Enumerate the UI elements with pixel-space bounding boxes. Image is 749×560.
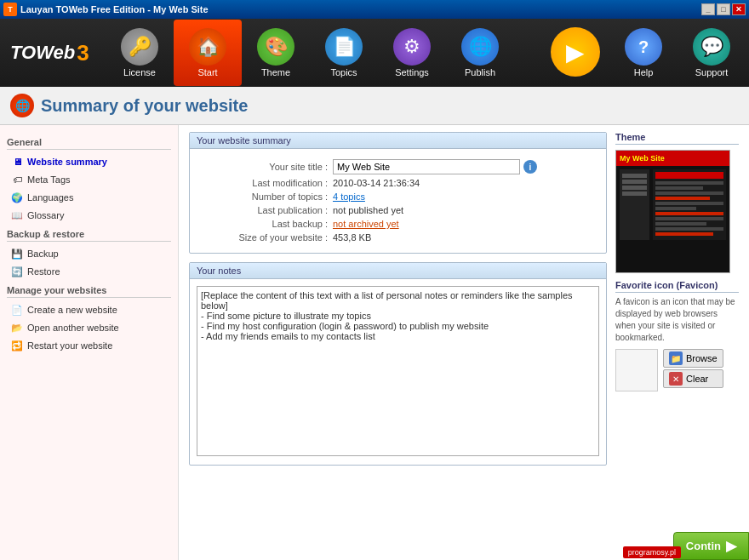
toolbar-help[interactable]: ? Help [609,20,678,86]
window-title: Lauyan TOWeb Free Edition - My Web Site [20,4,701,14]
theme-thumb-title: My Web Site [620,154,665,163]
app-icon: T [3,3,17,16]
main-column: Your website summary Your site title : i… [189,132,607,474]
toolbar-right-items: ▶ ? Help 💬 Support [541,20,746,86]
toolbar-start-label: Start [197,67,217,77]
sidebar-label-glossary: Glossary [27,210,64,220]
theme-thumb-header: My Web Site [616,151,729,166]
summary-row-size: Size of your website : 453,8 KB [197,232,599,243]
toolbar-left-items: 🔑 License 🏠 Start 🎨 Theme 📄 Topics ⚙ Set… [106,20,514,86]
summary-row-title: Your site title : i [197,159,599,174]
toolbar-topics[interactable]: 📄 Topics [310,20,378,86]
favicon-description: A favicon is an icon that may be display… [615,296,739,344]
close-button[interactable]: ✕ [732,3,746,15]
settings-icon: ⚙ [393,28,431,66]
toolbar-settings[interactable]: ⚙ Settings [378,20,446,86]
site-title-input[interactable] [333,159,520,174]
right-columns: Your website summary Your site title : i… [189,132,739,474]
sidebar-section-backup: Backup & restore [7,229,171,242]
toolbar-publish[interactable]: 🌐 Publish [446,20,514,86]
theme-thumbnail[interactable]: My Web Site [615,150,730,273]
summary-label-size: Size of your website : [197,232,333,243]
favicon-section: Favorite icon (Favicon) A favicon is an … [615,280,739,391]
toolbar-theme[interactable]: 🎨 Theme [242,20,310,86]
summary-section-content: Your site title : i Last modification : … [190,149,606,253]
favicon-placeholder [615,349,658,391]
continue-arrow: ▶ [726,538,736,554]
sidebar-item-backup[interactable]: 💾 Backup [7,245,171,262]
toolbar-theme-label: Theme [261,67,290,77]
languages-icon: 🌍 [10,191,24,204]
theme-column: Theme My Web Site [615,132,739,474]
summary-row-backup: Last backup : not archived yet [197,219,599,229]
sidebar: General 🖥 Website summary 🏷 Meta Tags 🌍 … [0,125,179,560]
sidebar-item-meta-tags[interactable]: 🏷 Meta Tags [7,171,171,188]
clear-icon: ✕ [669,372,683,386]
theme-icon: 🎨 [257,28,294,66]
support-icon: 💬 [693,28,730,66]
continue-button[interactable]: Contin ▶ [673,532,749,560]
toolbar-support[interactable]: 💬 Support [678,20,746,86]
sidebar-label-website-summary: Website summary [27,157,107,167]
browse-button[interactable]: 📁 Browse [663,349,723,368]
sidebar-label-restart: Restart your website [27,340,112,351]
toolbar-topics-label: Topics [330,67,357,77]
clear-button[interactable]: ✕ Clear [663,369,723,388]
notes-textarea[interactable]: [Replace the content of this text with a… [197,286,599,456]
toolbar-play[interactable]: ▶ [541,20,609,86]
topics-icon: 📄 [325,28,363,66]
right-content: Your website summary Your site title : i… [179,125,749,560]
summary-value-topics[interactable]: 4 topics [333,191,365,202]
sidebar-label-create-new: Create a new website [27,305,117,315]
toolbar-support-label: Support [695,67,729,77]
theme-thumb-body [616,166,729,243]
summary-row-topics: Number of topics : 4 topics [197,191,599,202]
summary-label-backup: Last backup : [197,219,333,229]
summary-section-title: Your website summary [190,133,606,149]
favicon-area: 📁 Browse ✕ Clear [615,349,739,391]
notes-section-title: Your notes [190,263,606,279]
summary-value-backup[interactable]: not archived yet [333,219,399,229]
play-icon: ▶ [551,27,600,77]
continue-label: Contin [686,540,721,552]
help-icon: ? [625,28,662,66]
license-icon: 🔑 [121,28,158,66]
clear-label: Clear [686,374,708,384]
restart-icon: 🔁 [10,339,24,352]
logo-version: 3 [77,40,89,66]
browse-label: Browse [686,353,718,363]
notes-section: Your notes [Replace the content of this … [189,262,607,466]
sidebar-item-open-another[interactable]: 📂 Open another website [7,319,171,336]
favicon-buttons: 📁 Browse ✕ Clear [663,349,723,388]
summary-label-topics: Number of topics : [197,191,333,202]
sidebar-section-manage: Manage your websites [7,285,171,298]
toolbar-start[interactable]: 🏠 Start [174,20,242,86]
summary-row-publication: Last publication : not published yet [197,205,599,215]
minimize-button[interactable]: _ [701,3,715,15]
toolbar-license[interactable]: 🔑 License [106,20,174,86]
maximize-button[interactable]: □ [717,3,730,15]
toolbar-license-label: License [123,67,156,77]
sidebar-item-restart[interactable]: 🔁 Restart your website [7,337,171,354]
summary-label-title: Your site title : [197,162,333,172]
backup-icon: 💾 [10,247,24,260]
sidebar-label-backup: Backup [27,249,59,259]
toolbar-settings-label: Settings [395,67,429,77]
summary-value-size: 453,8 KB [333,232,371,243]
website-summary-icon: 🖥 [10,155,24,169]
sidebar-label-restore: Restore [27,266,60,277]
theme-section-title: Theme [615,132,739,145]
info-icon[interactable]: i [523,160,537,174]
create-new-icon: 📄 [10,303,24,317]
sidebar-item-create-new[interactable]: 📄 Create a new website [7,301,171,318]
sidebar-label-meta-tags: Meta Tags [27,174,71,185]
sidebar-item-languages[interactable]: 🌍 Languages [7,189,171,206]
main-area: 🌐 Summary of your website General 🖥 Webs… [0,87,749,560]
restore-icon: 🔄 [10,265,24,278]
sidebar-item-restore[interactable]: 🔄 Restore [7,263,171,280]
sidebar-item-website-summary[interactable]: 🖥 Website summary [7,153,171,170]
page-header-icon: 🌐 [10,94,34,117]
sidebar-item-glossary[interactable]: 📖 Glossary [7,207,171,224]
summary-label-modification: Last modification : [197,178,333,188]
logo-text: TOWeb [10,42,75,64]
